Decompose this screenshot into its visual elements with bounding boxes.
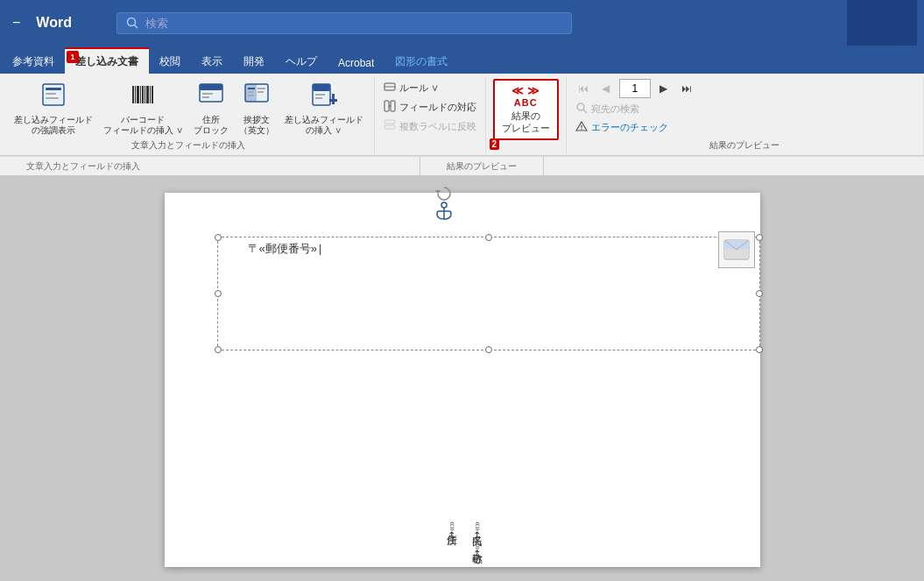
svg-rect-11 [145,86,145,103]
nav-first-button[interactable]: ⏮ [574,79,593,98]
nav-page-input[interactable] [619,79,651,98]
rules-icon [384,81,396,96]
cursor: | [319,243,321,255]
tab-kosei[interactable]: 校閲 [149,49,191,74]
ribbon-group-nav: ⏮ ◀ ▶ ⏭ 宛先の検索 エラーのチェック [567,77,924,155]
tab-zukei[interactable]: 図形の書式 [384,49,458,74]
handle-bm[interactable] [485,346,492,353]
preview-box: ≪ ≫ ABC 結果のプレビュー [493,79,559,140]
paper: 〒«郵便番号» | «住所»↵ «氏名»↵«敬称»↵ [165,193,760,567]
highlight-field-label: 差し込みフィールドの強調表示 [14,115,93,136]
address-block-icon [197,81,225,113]
address-block-button[interactable]: 住所ブロック [190,79,232,138]
group2-label [380,150,480,155]
greeting-button[interactable]: 挨拶文（英文） [236,79,278,138]
tab-sansho[interactable]: 参考資料 [2,49,65,74]
svg-rect-37 [384,120,395,124]
svg-rect-28 [315,94,325,96]
barcode-label: バーコードフィールドの挿入 ∨ [103,115,183,136]
insert-field-label: 差し込みフィールドの挿入 ∨ [285,115,363,136]
greeting-icon [243,81,271,113]
svg-rect-29 [315,97,322,99]
svg-rect-12 [146,86,149,103]
highlight-field-icon [39,81,67,113]
svg-rect-25 [257,91,264,93]
ribbon-group-preview: ≪ ≫ ABC 結果のプレビュー 2 [486,77,567,155]
name-title-field-vertical: «氏名»↵«敬称»↵ [469,521,484,558]
svg-rect-21 [248,88,255,89]
tab-hyoji[interactable]: 表示 [191,49,233,74]
badge-1: 1 [67,51,79,63]
highlight-field-button[interactable]: 差し込みフィールドの強調表示 [11,79,96,138]
svg-point-39 [577,103,584,110]
svg-rect-4 [46,93,56,95]
group1-items: 差し込みフィールドの強調表示 バーコード [11,79,367,138]
svg-line-40 [583,110,587,113]
rules-button[interactable]: ルール ∨ [380,79,480,97]
svg-rect-35 [391,101,395,111]
nav-last-button[interactable]: ⏭ [677,79,696,98]
nav-next-button[interactable]: ▶ [654,79,674,98]
anchor-icon [436,202,452,225]
document-area: 〒«郵便番号» | «住所»↵ «氏名»↵«敬称»↵ [0,175,924,581]
insert-field-button[interactable]: 差し込みフィールドの挿入 ∨ [281,79,367,138]
svg-rect-10 [142,86,144,103]
greeting-label: 挨拶文（英文） [239,115,274,136]
tab-help[interactable]: ヘルプ [275,49,328,74]
address-field-vertical: «住所»↵ [445,521,460,558]
multi-label-icon [384,119,396,134]
handle-br[interactable] [756,346,763,353]
field-match-button[interactable]: フィールドの対応 [380,98,480,117]
preview-label: 結果のプレビュー [502,110,550,135]
handle-ml[interactable] [215,290,222,297]
ribbon-tabs: 参考資料 1 差し込み文書 校閲 表示 開発 ヘルプ Acrobat 図形の書式 [0,46,924,74]
barcode-field-button[interactable]: バーコードフィールドの挿入 ∨ [100,79,187,138]
svg-rect-8 [137,86,139,103]
svg-rect-38 [384,125,395,129]
bottom-group-preview: 結果のプレビュー [420,157,544,175]
svg-rect-22 [248,91,253,93]
svg-rect-9 [140,86,141,103]
preview-double-arrows: ≪ ≫ [511,84,540,97]
handle-mr[interactable] [756,290,763,297]
bottom-group-mailings: 文章入力とフィールドの挿入 [0,157,420,175]
group4-label: 結果のプレビュー [574,138,916,155]
preview-icon-area: ≪ ≫ ABC [511,84,540,108]
tab-kaihatsu[interactable]: 開発 [233,49,275,74]
badge-2: 2 [490,138,500,150]
svg-rect-27 [313,84,330,91]
svg-point-43 [581,129,582,130]
preview-abc: ABC [514,97,538,108]
ribbon-group-mailings: 差し込みフィールドの強調表示 バーコード [4,77,375,155]
svg-line-1 [135,25,138,29]
find-recipient-button[interactable]: 宛先の検索 [574,100,916,118]
handle-tm[interactable] [485,234,492,241]
nav-prev-button[interactable]: ◀ [596,79,616,98]
search-input[interactable] [145,17,562,30]
handle-tl[interactable] [215,234,222,241]
text-box-content: 〒«郵便番号» | [248,241,322,257]
window-controls [847,0,917,46]
svg-rect-24 [257,88,265,89]
svg-rect-14 [152,86,153,103]
check-error-button[interactable]: エラーのチェック [574,118,916,137]
group1-label: 文章入力とフィールドの挿入 [131,138,245,155]
svg-rect-3 [46,88,61,90]
multi-label-button[interactable]: 複数ラベルに反映 [380,117,480,136]
handle-bl[interactable] [215,346,222,353]
barcode-icon [129,81,157,113]
postal-field: 〒«郵便番号» [248,241,317,257]
minimize-button[interactable]: − [7,13,25,32]
ribbon-bottom-bar: 文章入力とフィールドの挿入 結果のプレビュー [0,156,924,175]
handle-tr[interactable] [756,234,763,241]
svg-rect-17 [202,93,213,95]
svg-rect-23 [248,95,254,96]
tab-sashikomi[interactable]: 1 差し込み文書 [65,47,149,74]
svg-rect-50 [724,240,749,249]
svg-point-0 [128,18,136,26]
tab-acrobat[interactable]: Acrobat [328,52,384,74]
title-bar: − Word [0,0,924,46]
search-icon [126,17,138,29]
svg-rect-16 [200,84,222,90]
field-match-icon [384,100,396,115]
